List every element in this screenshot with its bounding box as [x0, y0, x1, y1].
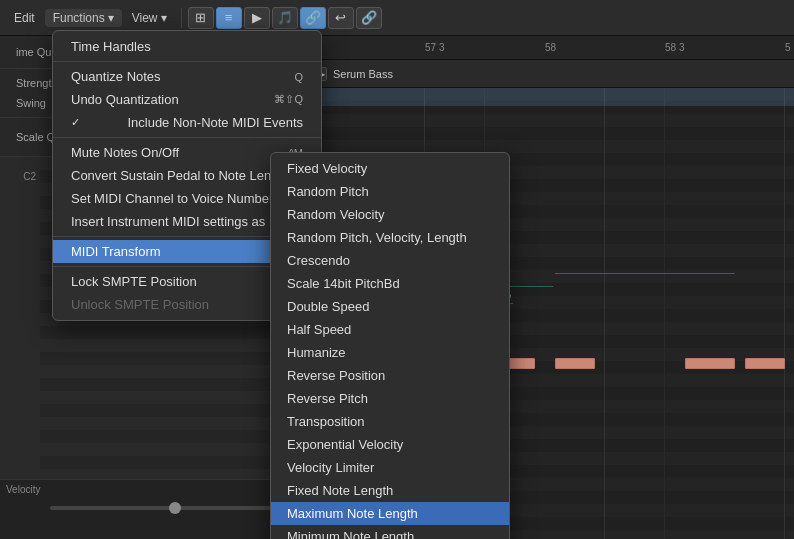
marker-5: 5 — [785, 36, 791, 59]
marker-58: 58 — [545, 36, 556, 59]
c2-label: C2 — [23, 171, 36, 182]
toolbar-icon-6[interactable]: ↩ — [328, 7, 354, 29]
submenu-transposition[interactable]: Transposition — [271, 410, 509, 433]
track-header: ▶ Serum Bass — [305, 60, 794, 88]
toolbar-icon-1[interactable]: ⊞ — [188, 7, 214, 29]
include-non-note-label: Include Non-Note MIDI Events — [127, 115, 303, 130]
submenu-reverse-pitch[interactable]: Reverse Pitch — [271, 387, 509, 410]
convert-sustain-label: Convert Sustain Pedal to Note Length — [71, 168, 289, 183]
menu-item-undo-quantization[interactable]: Undo Quantization ⌘⇧Q — [53, 88, 321, 111]
functions-label: Functions — [53, 11, 105, 25]
submenu-velocity-limiter[interactable]: Velocity Limiter — [271, 456, 509, 479]
view-label: View — [132, 11, 158, 25]
menu-item-include-non-note[interactable]: ✓ Include Non-Note MIDI Events — [53, 111, 321, 134]
midi-transform-submenu[interactable]: Fixed Velocity Random Pitch Random Veloc… — [270, 152, 510, 539]
undo-quantization-shortcut: ⌘⇧Q — [274, 93, 303, 106]
velocity-slider[interactable] — [50, 506, 278, 510]
lock-smpte-label: Lock SMPTE Position — [71, 274, 197, 289]
menu-item-time-handles-label: Time Handles — [71, 39, 151, 54]
view-chevron-icon: ▾ — [161, 11, 167, 25]
functions-menu-button[interactable]: Functions ▾ — [45, 9, 122, 27]
toolbar-icon-3[interactable]: ▶ — [244, 7, 270, 29]
marker-57-3: 57 3 — [425, 36, 444, 59]
velocity-label: Velocity — [6, 484, 40, 495]
quantize-notes-shortcut: Q — [294, 71, 303, 83]
undo-quantization-label: Undo Quantization — [71, 92, 179, 107]
unlock-smpte-label: Unlock SMPTE Position — [71, 297, 209, 312]
checkmark-icon: ✓ — [71, 116, 87, 129]
toolbar-icon-7[interactable]: 🔗 — [356, 7, 382, 29]
submenu-scale-pitchbd[interactable]: Scale 14bit PitchBd — [271, 272, 509, 295]
menu-item-quantize-notes[interactable]: Quantize Notes Q — [53, 65, 321, 88]
velocity-section: Velocity 91 — [0, 479, 304, 539]
submenu-random-pitch[interactable]: Random Pitch — [271, 180, 509, 203]
toolbar-icon-2[interactable]: ≡ — [216, 7, 242, 29]
note-line-3 — [555, 273, 735, 274]
track-name: Serum Bass — [333, 68, 393, 80]
menu-sep-1 — [53, 61, 321, 62]
submenu-random-velocity[interactable]: Random Velocity — [271, 203, 509, 226]
submenu-exponential-velocity[interactable]: Exponential Velocity — [271, 433, 509, 456]
view-menu-button[interactable]: View ▾ — [124, 9, 175, 27]
edit-label: Edit — [14, 11, 35, 25]
submenu-humanize[interactable]: Humanize — [271, 341, 509, 364]
marker-58-3: 58 3 — [665, 36, 684, 59]
submenu-reverse-position[interactable]: Reverse Position — [271, 364, 509, 387]
quantize-notes-label: Quantize Notes — [71, 69, 161, 84]
edit-menu-button[interactable]: Edit — [6, 9, 43, 27]
midi-transform-label: MIDI Transform — [71, 244, 161, 259]
velocity-slider-row: 91 — [50, 502, 296, 514]
menu-sep-2 — [53, 137, 321, 138]
submenu-half-speed[interactable]: Half Speed — [271, 318, 509, 341]
submenu-random-pitch-vel-len[interactable]: Random Pitch, Velocity, Length — [271, 226, 509, 249]
submenu-fixed-note-length[interactable]: Fixed Note Length — [271, 479, 509, 502]
submenu-maximum-note-length[interactable]: Maximum Note Length — [271, 502, 509, 525]
timeline-header: 57 57 3 58 58 3 5 — [305, 36, 794, 60]
submenu-crescendo[interactable]: Crescendo — [271, 249, 509, 272]
set-midi-channel-label: Set MIDI Channel to Voice Number — [71, 191, 273, 206]
functions-chevron-icon: ▾ — [108, 11, 114, 25]
toolbar-icon-4[interactable]: 🎵 — [272, 7, 298, 29]
separator — [181, 8, 182, 28]
submenu-minimum-note-length[interactable]: Minimum Note Length — [271, 525, 509, 539]
submenu-fixed-velocity[interactable]: Fixed Velocity — [271, 157, 509, 180]
mute-notes-label: Mute Notes On/Off — [71, 145, 179, 160]
menu-item-time-handles[interactable]: Time Handles — [53, 35, 321, 58]
toolbar-icon-5[interactable]: 🔗 — [300, 7, 326, 29]
submenu-double-speed[interactable]: Double Speed — [271, 295, 509, 318]
